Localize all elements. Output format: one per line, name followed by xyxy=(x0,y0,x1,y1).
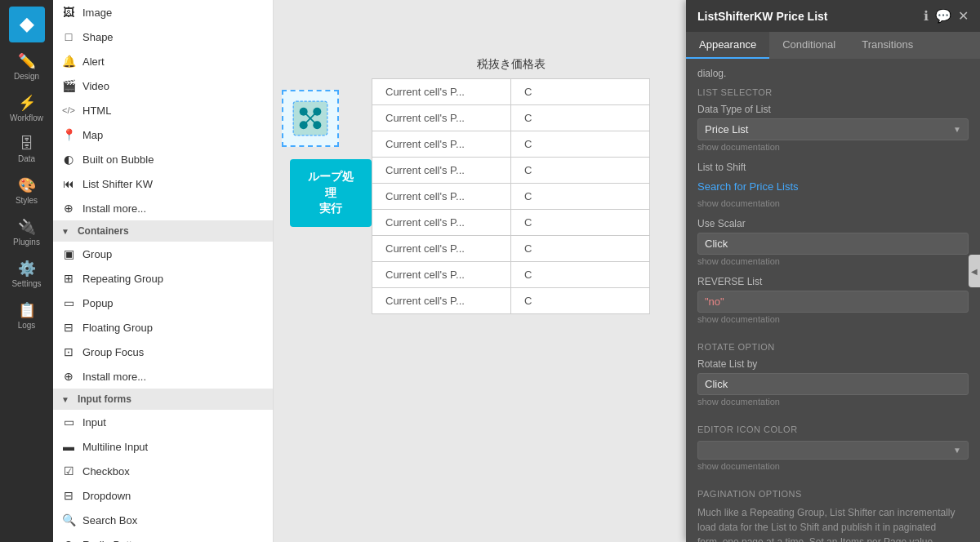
close-icon[interactable]: ✕ xyxy=(958,8,969,24)
sidebar-item-built-on-bubble[interactable]: ◐ Built on Bubble xyxy=(53,147,273,171)
sidebar-item-checkbox[interactable]: ☑ Checkbox xyxy=(53,459,273,483)
dropdown-icon: ⊟ xyxy=(61,488,76,503)
nav-item-design[interactable]: ✏️ Design xyxy=(0,46,53,87)
sidebar-item-html[interactable]: </> HTML xyxy=(53,98,273,122)
nav-item-data[interactable]: 🗄 Data xyxy=(0,129,53,170)
use-scalar-doc[interactable]: show documentation xyxy=(697,256,969,266)
nav-item-logs[interactable]: 📋 Logs xyxy=(0,295,53,336)
table-row: Current cell's P... C xyxy=(372,236,650,262)
data-type-field: Data Type of List Price List ▼ show docu… xyxy=(697,104,969,152)
collapse-handle[interactable]: ◀ xyxy=(969,255,980,287)
list-to-shift-doc[interactable]: show documentation xyxy=(697,198,969,208)
html-icon: </> xyxy=(61,103,76,118)
sidebar-item-map[interactable]: 📍 Map xyxy=(53,122,273,147)
group-icon: ▣ xyxy=(61,247,76,261)
reverse-list-doc[interactable]: show documentation xyxy=(697,314,969,324)
table-cell: Current cell's P... xyxy=(372,288,511,314)
table-cell: Current cell's P... xyxy=(372,184,511,210)
table-row: Current cell's P... C xyxy=(372,79,650,105)
tab-conditional[interactable]: Conditional xyxy=(769,32,849,59)
sidebar-item-multiline-input[interactable]: ▬ Multiline Input xyxy=(53,434,273,459)
use-scalar-label: Use Scalar xyxy=(697,218,969,229)
tab-appearance[interactable]: Appearance xyxy=(686,32,769,59)
list-selector-title: LIST SELECTOR xyxy=(697,87,969,97)
pagination-description: Much like a Repeating Group, List Shifte… xyxy=(697,505,969,542)
editor-icon-section: EDITOR ICON COLOR ▼ show documentation xyxy=(686,424,980,489)
nav-item-workflow[interactable]: ⚡ Workflow xyxy=(0,87,53,129)
nav-logo[interactable]: ◆ xyxy=(9,7,45,42)
table-cell: Current cell's P... xyxy=(372,158,511,184)
data-type-value[interactable]: Price List ▼ xyxy=(697,118,969,140)
panel-title: ListShifterKW Price List xyxy=(697,10,827,23)
sidebar-item-group[interactable]: ▣ Group xyxy=(53,242,273,266)
panel-dialog-section: dialog. xyxy=(686,59,980,87)
info-icon[interactable]: ℹ xyxy=(924,8,929,24)
settings-icon: ⚙️ xyxy=(18,260,36,278)
sidebar-item-group-focus[interactable]: ⊡ Group Focus xyxy=(53,340,273,364)
table-cell: C xyxy=(511,236,650,262)
rotate-list-field: Rotate List by Click show documentation xyxy=(697,358,969,406)
data-icon: 🗄 xyxy=(20,136,34,153)
sidebar-item-floating-group[interactable]: ⊟ Floating Group xyxy=(53,315,273,340)
sidebar-item-install-more-2[interactable]: ⊕ Install more... xyxy=(53,364,273,389)
canvas-area: ◀ ループ処理 実行 税抜き価格表 Current cell's P... C … xyxy=(274,0,980,542)
multiline-input-icon: ▬ xyxy=(61,439,76,454)
input-icon: ▭ xyxy=(61,415,76,429)
use-scalar-field: Use Scalar Click show documentation xyxy=(697,218,969,266)
vertical-nav: ◆ ✏️ Design ⚡ Workflow 🗄 Data 🎨 Styles 🔌… xyxy=(0,0,53,542)
table-cell: C xyxy=(511,288,650,314)
rotate-list-doc[interactable]: show documentation xyxy=(697,397,969,406)
reverse-list-value[interactable]: "no" xyxy=(697,291,969,313)
install-more-2-icon: ⊕ xyxy=(61,369,76,384)
panel-tabs: Appearance Conditional Transitions xyxy=(686,32,980,59)
nav-item-styles[interactable]: 🎨 Styles xyxy=(0,170,53,211)
radio-buttons-icon: ⊙ xyxy=(61,537,76,542)
group-focus-icon: ⊡ xyxy=(61,344,76,359)
sidebar-item-image[interactable]: 🖼 Image xyxy=(53,0,273,24)
editor-icon-value[interactable]: ▼ xyxy=(697,441,969,460)
comment-icon[interactable]: 💬 xyxy=(935,8,951,24)
sidebar-item-popup[interactable]: ▭ Popup xyxy=(53,291,273,315)
use-scalar-value[interactable]: Click xyxy=(697,233,969,255)
sidebar-item-input[interactable]: ▭ Input xyxy=(53,410,273,434)
table-cell: Current cell's P... xyxy=(372,131,511,158)
list-to-shift-field: List to Shift Search for Price Lists sho… xyxy=(697,162,969,208)
logs-icon: 📋 xyxy=(18,301,36,319)
sidebar-item-shape[interactable]: □ Shape xyxy=(53,24,273,49)
sidebar-item-repeating-group[interactable]: ⊞ Repeating Group xyxy=(53,266,273,291)
rotate-option-title: ROTATE OPTION xyxy=(697,342,969,352)
sidebar-item-list-shifter-kw[interactable]: ⏮ List Shifter KW xyxy=(53,171,273,196)
plugin-element-icon[interactable] xyxy=(282,90,339,147)
nav-item-settings[interactable]: ⚙️ Settings xyxy=(0,253,53,295)
table-cell: C xyxy=(511,210,650,236)
sidebar-item-dropdown[interactable]: ⊟ Dropdown xyxy=(53,483,273,508)
nav-item-plugins[interactable]: 🔌 Plugins xyxy=(0,211,53,253)
video-icon: 🎬 xyxy=(61,78,76,93)
table-label: 税抜き価格表 xyxy=(372,57,650,72)
loop-execute-button[interactable]: ループ処理 実行 xyxy=(290,159,372,227)
table-row: Current cell's P... C xyxy=(372,210,650,236)
input-forms-section-header[interactable]: ▼ Input forms xyxy=(53,389,273,410)
sidebar-item-video[interactable]: 🎬 Video xyxy=(53,73,273,98)
table-cell: Current cell's P... xyxy=(372,262,511,288)
image-icon: 🖼 xyxy=(61,5,76,20)
panel-header: ListShifterKW Price List ℹ 💬 ✕ xyxy=(686,0,980,32)
sidebar-item-radio-buttons[interactable]: ⊙ Radio Buttons xyxy=(53,532,273,542)
map-icon: 📍 xyxy=(61,127,76,142)
sidebar-item-install-more-1[interactable]: ⊕ Install more... xyxy=(53,196,273,220)
editor-icon-doc[interactable]: show documentation xyxy=(697,461,969,471)
containers-section-header[interactable]: ▼ Containers xyxy=(53,220,273,242)
list-to-shift-label: List to Shift xyxy=(697,162,969,173)
pagination-section: PAGINATION OPTIONS Much like a Repeating… xyxy=(686,489,980,542)
table-cell: C xyxy=(511,262,650,288)
data-type-doc[interactable]: show documentation xyxy=(697,142,969,152)
list-to-shift-value[interactable]: Search for Price Lists xyxy=(697,176,969,197)
floating-group-icon: ⊟ xyxy=(61,320,76,335)
sidebar: 🖼 Image □ Shape 🔔 Alert 🎬 Video </> HTML… xyxy=(53,0,274,542)
table-cell: Current cell's P... xyxy=(372,79,511,105)
sidebar-item-search-box[interactable]: 🔍 Search Box xyxy=(53,508,273,532)
input-forms-expand-icon: ▼ xyxy=(61,395,69,404)
rotate-list-value[interactable]: Click xyxy=(697,373,969,395)
sidebar-item-alert[interactable]: 🔔 Alert xyxy=(53,49,273,73)
tab-transitions[interactable]: Transitions xyxy=(849,32,926,59)
